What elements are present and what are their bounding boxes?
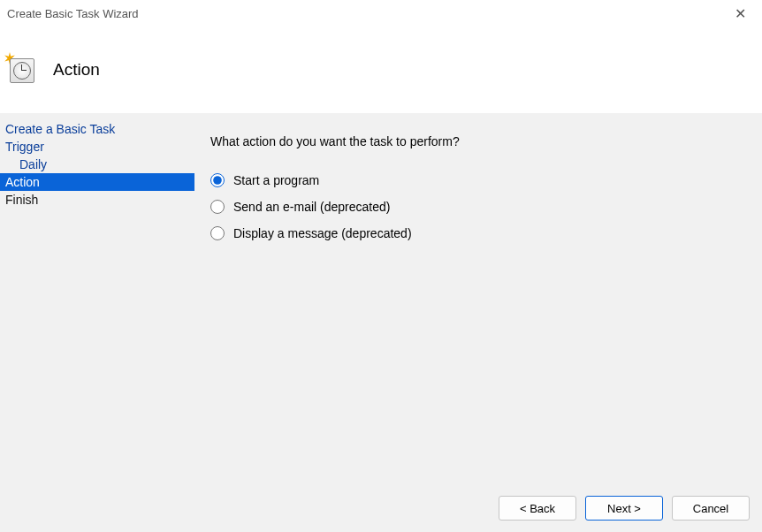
radio-label-send-email: Send an e-mail (deprecated)	[233, 200, 390, 214]
radio-label-start-program: Start a program	[233, 173, 319, 187]
titlebar: Create Basic Task Wizard ✕	[0, 0, 762, 27]
wizard-header: Action	[0, 27, 762, 113]
wizard-footer: < Back Next > Cancel	[0, 484, 762, 532]
step-create-basic-task[interactable]: Create a Basic Task	[0, 120, 194, 138]
radio-display-message[interactable]	[210, 226, 225, 240]
cancel-button[interactable]: Cancel	[672, 496, 750, 521]
radio-label-display-message: Display a message (deprecated)	[233, 226, 412, 240]
radio-send-email[interactable]	[210, 200, 225, 214]
close-icon[interactable]: ✕	[729, 5, 751, 22]
back-button[interactable]: < Back	[499, 496, 576, 521]
radio-row-start-program[interactable]: Start a program	[210, 173, 748, 187]
action-question: What action do you want the task to perf…	[210, 134, 748, 148]
radio-row-send-email[interactable]: Send an e-mail (deprecated)	[210, 200, 748, 214]
wizard-header-icon	[7, 56, 35, 84]
wizard-body: Create a Basic Task Trigger Daily Action…	[0, 113, 762, 484]
radio-start-program[interactable]	[210, 173, 225, 187]
step-trigger-daily[interactable]: Daily	[0, 156, 194, 173]
window-title: Create Basic Task Wizard	[7, 7, 139, 20]
wizard-steps-sidebar: Create a Basic Task Trigger Daily Action…	[0, 113, 194, 484]
next-button[interactable]: Next >	[585, 496, 663, 521]
step-trigger[interactable]: Trigger	[0, 138, 194, 156]
action-radio-group: Start a program Send an e-mail (deprecat…	[210, 173, 748, 240]
page-title: Action	[53, 60, 100, 80]
radio-row-display-message[interactable]: Display a message (deprecated)	[210, 226, 748, 240]
wizard-content: What action do you want the task to perf…	[194, 113, 762, 484]
step-finish: Finish	[0, 191, 194, 209]
step-action[interactable]: Action	[0, 173, 194, 191]
